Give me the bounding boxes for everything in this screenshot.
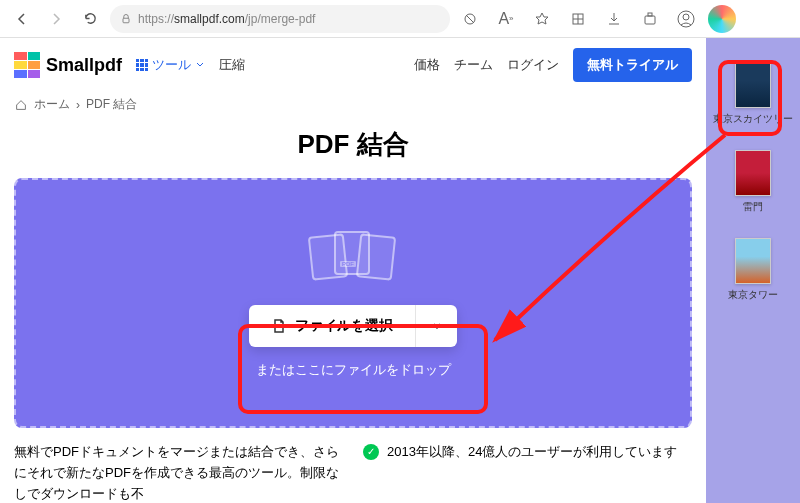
desktop-file[interactable]: 東京スカイツリー xyxy=(713,62,793,126)
grid-icon xyxy=(136,59,148,71)
desktop-area: 東京スカイツリー 雷門 東京タワー xyxy=(706,38,800,503)
downloads-icon[interactable] xyxy=(600,5,628,33)
back-button[interactable] xyxy=(8,5,36,33)
file-label: 東京タワー xyxy=(728,288,778,302)
home-icon xyxy=(14,98,28,112)
file-thumbnail-icon xyxy=(735,150,771,196)
nav-login[interactable]: ログイン xyxy=(507,56,559,74)
logo-text: Smallpdf xyxy=(46,55,122,76)
trial-button[interactable]: 無料トライアル xyxy=(573,48,692,82)
file-label: 東京スカイツリー xyxy=(713,112,793,126)
breadcrumb-current: PDF 結合 xyxy=(86,96,137,113)
select-file-button[interactable]: ファイルを選択 xyxy=(249,305,415,347)
nav-team[interactable]: チーム xyxy=(454,56,493,74)
svg-point-5 xyxy=(678,11,694,27)
nav-compress[interactable]: 圧縮 xyxy=(219,56,245,74)
svg-rect-3 xyxy=(645,16,655,24)
page-content: Smallpdf ツール 圧縮 価格 チーム ログイン 無料トライアル ホーム … xyxy=(0,38,706,503)
extensions-icon[interactable] xyxy=(636,5,664,33)
svg-rect-4 xyxy=(648,13,652,16)
tracking-icon[interactable] xyxy=(456,5,484,33)
drop-text: またはここにファイルをドロップ xyxy=(256,361,451,379)
url-text: https://smallpdf.com/jp/merge-pdf xyxy=(138,12,315,26)
check-icon: ✓ xyxy=(363,444,379,460)
svg-rect-0 xyxy=(123,18,129,23)
favorite-icon[interactable] xyxy=(528,5,556,33)
file-label: 雷門 xyxy=(743,200,763,214)
lock-icon xyxy=(120,13,132,25)
file-icon xyxy=(271,318,287,334)
refresh-button[interactable] xyxy=(76,5,104,33)
file-thumbnail-icon xyxy=(735,62,771,108)
chevron-down-icon xyxy=(431,320,443,332)
desktop-file[interactable]: 雷門 xyxy=(735,150,771,214)
page-title: PDF 結合 xyxy=(0,127,706,162)
collections-icon[interactable] xyxy=(564,5,592,33)
url-bar[interactable]: https://smallpdf.com/jp/merge-pdf xyxy=(110,5,450,33)
nav-tool[interactable]: ツール xyxy=(136,56,205,74)
dropzone[interactable]: PDF ファイルを選択 またはここにファイルをドロップ xyxy=(14,178,692,428)
logo-mark-icon xyxy=(14,52,40,78)
chevron-down-icon xyxy=(195,60,205,70)
stats-text: 2013年以降、24億人のユーザーが利用しています xyxy=(387,442,677,503)
copilot-icon[interactable] xyxy=(708,5,736,33)
select-file-dropdown[interactable] xyxy=(415,305,457,347)
forward-button[interactable] xyxy=(42,5,70,33)
desktop-file[interactable]: 東京タワー xyxy=(728,238,778,302)
svg-point-6 xyxy=(683,14,689,20)
description-text: 無料でPDFドキュメントをマージまたは結合でき、さらにそれで新たなPDFを作成で… xyxy=(14,442,343,503)
breadcrumb-home[interactable]: ホーム xyxy=(34,96,70,113)
logo[interactable]: Smallpdf xyxy=(14,52,122,78)
read-aloud-icon[interactable]: A» xyxy=(492,5,520,33)
breadcrumb: ホーム › PDF 結合 xyxy=(0,92,706,117)
profile-icon[interactable] xyxy=(672,5,700,33)
file-thumbnail-icon xyxy=(735,238,771,284)
document-stack-icon: PDF xyxy=(308,227,398,287)
nav-price[interactable]: 価格 xyxy=(414,56,440,74)
